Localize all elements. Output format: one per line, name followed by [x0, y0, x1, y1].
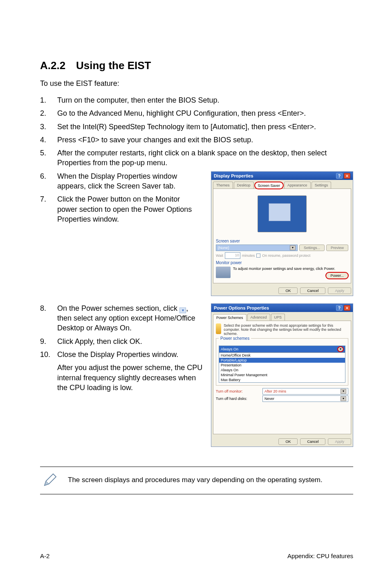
page-footer: A-2 Appendix: CPU features [40, 552, 353, 559]
wait-unit: minutes [242, 254, 255, 258]
chevron-down-icon: ▾ [290, 245, 296, 250]
window-title: Power Options Properties [214, 305, 269, 310]
settings-button[interactable]: Settings... [299, 245, 325, 251]
step-num: 3. [40, 122, 57, 132]
step-num: 1. [40, 95, 57, 105]
tab-appearance[interactable]: Appearance [284, 182, 311, 189]
screensaver-value: (None) [218, 246, 229, 250]
turnoff-monitor-select[interactable]: After 20 mins ▾ [262, 388, 348, 395]
screensaver-section-label: Screen saver [216, 239, 348, 243]
heading-title: Using the EIST [76, 59, 151, 72]
step-num: 4. [40, 135, 57, 145]
intro-text: To use the EIST feature: [40, 79, 353, 88]
monitor-power-desc: To adjust monitor power settings and sav… [233, 267, 348, 271]
power-tabbar: Power Schemes Advanced UPS [211, 312, 353, 321]
steps-list: 1.Turn on the computer, then enter the B… [40, 95, 353, 168]
step-num: 8. [40, 303, 57, 333]
section-heading: A.2.2Using the EIST [40, 59, 353, 72]
step-num: 10. [40, 350, 57, 359]
ok-button[interactable]: OK [278, 438, 298, 445]
turnoff-hdd-select[interactable]: Never ▾ [262, 395, 348, 402]
step-text: Press <F10> to save your changes and exi… [57, 135, 353, 145]
chevron-down-icon[interactable]: ▾ [338, 347, 343, 352]
window-title: Display Properties [214, 173, 253, 178]
pencil-icon [42, 471, 59, 490]
tab-advanced[interactable]: Advanced [247, 314, 270, 321]
power-scheme-desc: Select the power scheme with the most ap… [224, 323, 348, 336]
wait-spinner[interactable]: 10 [225, 252, 240, 259]
scheme-option[interactable]: Minimal Power Management [219, 373, 345, 377]
chevron-down-icon: ▾ [341, 396, 346, 401]
steps-list: 8. On the Power schemes section, click ▾… [40, 303, 206, 359]
turnoff-monitor-value: After 20 mins [264, 389, 286, 393]
step-text: On the Power schemes section, click ▾, t… [57, 303, 206, 333]
help-icon[interactable]: ? [336, 173, 343, 179]
step-text: After the computer restarts, right click… [57, 148, 353, 168]
scheme-option[interactable]: Portable/Laptop [219, 358, 345, 363]
page-number: A-2 [40, 552, 49, 559]
turnoff-hdd-label: Turn off hard disks: [216, 397, 260, 401]
scheme-option[interactable]: Max Battery [219, 377, 345, 382]
wait-label: Wait [216, 254, 223, 258]
chevron-down-icon: ▾ [179, 307, 186, 313]
close-icon[interactable]: × [344, 305, 350, 311]
tab-ups[interactable]: UPS [271, 314, 285, 321]
note-box: The screen displays and procedures may v… [40, 467, 353, 494]
monitor-power-icon [216, 267, 231, 278]
footer-title: Appendix: CPU features [287, 552, 353, 559]
note-text: The screen displays and procedures may v… [68, 476, 323, 485]
tab-desktop[interactable]: Desktop [234, 182, 254, 189]
scheme-option[interactable]: Home/Office Desk [219, 353, 345, 358]
scheme-option[interactable]: Presentation [219, 363, 345, 368]
power-scheme-select[interactable]: Always On ▾ Home/Office Desk Portable/La… [219, 346, 345, 383]
preview-button[interactable]: Preview [326, 245, 348, 251]
monitor-preview [216, 191, 348, 236]
ok-button[interactable]: OK [278, 287, 298, 294]
tab-screen-saver[interactable]: Screen Saver [255, 182, 284, 189]
cancel-button[interactable]: Cancel [300, 438, 325, 445]
step-text: Turn on the computer, then enter the BIO… [57, 95, 353, 105]
step-text: Close the Display Properties window. [57, 350, 206, 359]
power-options-window: Power Options Properties ? × Power Schem… [211, 303, 353, 447]
help-icon[interactable]: ? [336, 305, 343, 311]
on-resume-checkbox[interactable] [256, 254, 260, 258]
screensaver-select[interactable]: (None) ▾ [216, 245, 298, 251]
tab-themes[interactable]: Themes [213, 182, 233, 189]
heading-number: A.2.2 [40, 59, 76, 72]
tab-power-schemes[interactable]: Power Schemes [213, 314, 247, 321]
apply-button[interactable]: Apply [328, 287, 351, 294]
tab-settings[interactable]: Settings [312, 182, 332, 189]
step-text: When the Display Properties window appea… [57, 171, 206, 191]
step-num: 2. [40, 108, 57, 118]
power-schemes-label: Power schemes [219, 336, 251, 341]
scheme-option[interactable]: Always On [219, 368, 345, 373]
power-button[interactable]: Power... [326, 272, 348, 279]
apply-button[interactable]: Apply [328, 438, 351, 445]
on-resume-label: On resume, password protect [262, 254, 310, 258]
scheme-selected: Always On [221, 347, 238, 351]
step-num: 5. [40, 148, 57, 168]
step-num: 7. [40, 194, 57, 224]
step-text: Set the Intel(R) SpeedStep Technology it… [57, 122, 353, 132]
power-scheme-icon [216, 323, 221, 334]
step-text: Click the Power button on the Monitor po… [57, 194, 206, 224]
turnoff-hdd-value: Never [264, 397, 274, 401]
step-text: Go to the Advanced Menu, highlight CPU C… [57, 108, 353, 118]
display-tabbar: Themes Desktop Screen Saver Appearance S… [211, 180, 353, 189]
step-num: 6. [40, 171, 57, 191]
display-properties-window: Display Properties ? × Themes Desktop Sc… [211, 171, 353, 296]
steps-list: 6.When the Display Properties window app… [40, 171, 206, 224]
monitor-power-section-label: Monitor power [216, 260, 348, 265]
step-text: Click Apply, then click OK. [57, 337, 206, 346]
after-step-note: After you adjust the power scheme, the C… [57, 363, 206, 393]
cancel-button[interactable]: Cancel [300, 287, 325, 294]
turnoff-monitor-label: Turn off monitor: [216, 389, 260, 393]
close-icon[interactable]: × [344, 173, 350, 179]
chevron-down-icon: ▾ [341, 389, 346, 394]
step-num: 9. [40, 337, 57, 346]
